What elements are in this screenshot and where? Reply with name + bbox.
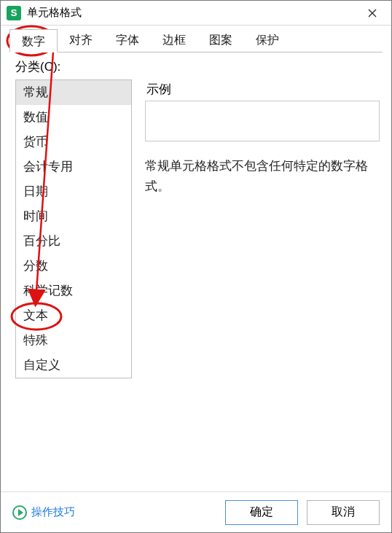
tab-underline xyxy=(9,52,383,52)
dialog-footer: 操作技巧 确定 取消 xyxy=(1,491,391,532)
cancel-button[interactable]: 取消 xyxy=(307,500,380,525)
format-description: 常规单元格格式不包含任何特定的数字格式。 xyxy=(145,156,380,197)
category-item-percentage[interactable]: 百分比 xyxy=(16,229,131,254)
app-icon-letter: S xyxy=(11,7,17,18)
category-item-text[interactable]: 文本 xyxy=(16,303,131,328)
tab-protection[interactable]: 保护 xyxy=(244,28,291,52)
list-item-label: 特殊 xyxy=(23,333,48,347)
list-item-label: 日期 xyxy=(23,184,48,198)
tips-link[interactable]: 操作技巧 xyxy=(12,505,75,520)
category-item-time[interactable]: 时间 xyxy=(16,204,131,229)
tab-alignment[interactable]: 对齐 xyxy=(58,28,104,52)
tab-label: 保护 xyxy=(256,34,279,46)
category-item-fraction[interactable]: 分数 xyxy=(16,254,131,279)
tab-label: 边框 xyxy=(162,34,186,46)
play-circle-icon xyxy=(12,505,27,520)
dialog-window: S 单元格格式 数字 对齐 字体 边框 图案 保护 分类(C): 常规 数值 货… xyxy=(0,0,392,533)
category-listbox[interactable]: 常规 数值 货币 会计专用 日期 时间 百分比 分数 科学记数 文本 特殊 自定… xyxy=(15,79,132,378)
sample-box xyxy=(145,101,380,141)
category-item-currency[interactable]: 货币 xyxy=(16,130,131,155)
list-item-label: 数值 xyxy=(23,110,48,124)
category-item-number[interactable]: 数值 xyxy=(16,105,131,130)
dialog-body: 分类(C): 常规 数值 货币 会计专用 日期 时间 百分比 分数 科学记数 文… xyxy=(1,52,391,491)
list-item-label: 百分比 xyxy=(23,234,60,248)
category-item-date[interactable]: 日期 xyxy=(16,179,131,204)
two-column-area: 常规 数值 货币 会计专用 日期 时间 百分比 分数 科学记数 文本 特殊 自定… xyxy=(15,79,380,378)
sample-label: 示例 xyxy=(146,81,380,98)
list-item-label: 自定义 xyxy=(23,358,60,372)
category-item-special[interactable]: 特殊 xyxy=(16,328,131,353)
list-item-label: 会计专用 xyxy=(23,160,73,174)
category-label: 分类(C): xyxy=(15,58,380,75)
tab-border[interactable]: 边框 xyxy=(151,28,197,52)
category-item-scientific[interactable]: 科学记数 xyxy=(16,279,131,303)
close-icon xyxy=(368,9,377,17)
right-pane: 示例 常规单元格格式不包含任何特定的数字格式。 xyxy=(145,79,380,378)
ok-button[interactable]: 确定 xyxy=(225,500,298,525)
tab-bar: 数字 对齐 字体 边框 图案 保护 xyxy=(1,26,391,52)
list-item-label: 货币 xyxy=(23,135,48,149)
list-item-label: 时间 xyxy=(23,209,48,223)
tab-label: 数字 xyxy=(22,35,45,47)
close-button[interactable] xyxy=(358,3,387,23)
window-title: 单元格格式 xyxy=(27,6,358,20)
tab-font[interactable]: 字体 xyxy=(104,28,151,52)
tab-label: 字体 xyxy=(116,34,139,46)
list-item-label: 科学记数 xyxy=(23,284,73,297)
tab-number[interactable]: 数字 xyxy=(9,29,58,52)
button-label: 确定 xyxy=(250,505,273,520)
category-item-custom[interactable]: 自定义 xyxy=(16,353,131,378)
list-item-label: 文本 xyxy=(23,308,48,322)
titlebar: S 单元格格式 xyxy=(1,1,391,26)
tab-pattern[interactable]: 图案 xyxy=(197,28,244,52)
button-label: 取消 xyxy=(332,505,355,520)
tab-label: 对齐 xyxy=(69,34,93,46)
category-item-general[interactable]: 常规 xyxy=(16,80,131,105)
list-item-label: 分数 xyxy=(23,259,48,273)
tips-link-label: 操作技巧 xyxy=(31,505,75,519)
category-item-accounting[interactable]: 会计专用 xyxy=(16,155,131,179)
tab-label: 图案 xyxy=(209,34,232,46)
app-icon: S xyxy=(7,6,21,20)
list-item-label: 常规 xyxy=(23,85,48,99)
